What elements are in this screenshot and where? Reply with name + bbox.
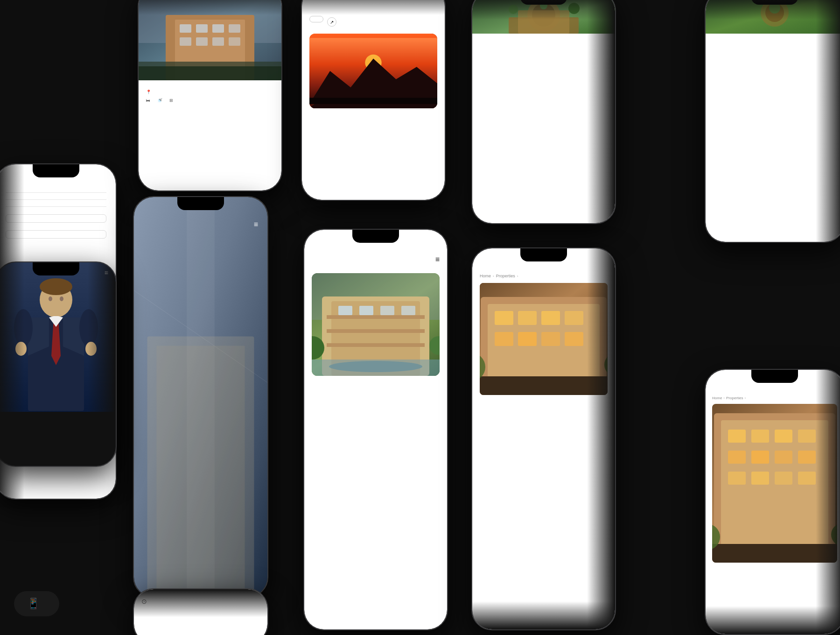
svg-rect-90 <box>751 472 769 485</box>
svg-rect-85 <box>728 451 746 464</box>
fade-top-blog <box>302 0 445 15</box>
arrow-icon: ↗ <box>330 20 334 25</box>
breadcrumb-properties: Properties <box>496 274 515 278</box>
bc-home: Home <box>712 396 722 400</box>
svg-rect-33 <box>401 306 415 315</box>
fade-bottom-starlit-partial <box>706 606 840 634</box>
svg-rect-53 <box>495 332 513 346</box>
bath-icon: 🚿 <box>157 98 162 103</box>
bc-chevron1: › <box>723 396 725 400</box>
svg-rect-54 <box>518 332 537 346</box>
hero-nav: ≡ <box>143 220 258 229</box>
svg-rect-32 <box>380 306 394 315</box>
svg-rect-5 <box>196 24 208 33</box>
bedrooms-spec: 🛏 <box>146 98 152 103</box>
read-more-button[interactable] <box>309 16 323 22</box>
svg-rect-52 <box>565 311 583 325</box>
svg-rect-22 <box>156 346 245 597</box>
property-specs: 🛏 🚿 ⊞ <box>146 98 274 103</box>
property-address: 📍 <box>146 90 274 94</box>
fade-top-property <box>139 0 281 15</box>
svg-rect-88 <box>798 451 816 464</box>
fade-top-proptype <box>134 589 267 617</box>
phone-badge-icon: 📱 <box>27 598 40 610</box>
breadcrumb-chevron-2: › <box>517 274 518 278</box>
bc-properties: Properties <box>726 396 743 400</box>
svg-rect-92 <box>798 472 816 485</box>
fade-right-starlit-partial <box>816 370 840 634</box>
svg-rect-8 <box>180 37 191 46</box>
svg-point-64 <box>60 296 63 301</box>
svg-rect-55 <box>541 332 560 346</box>
phone-hero: ≡ <box>133 196 268 598</box>
bc-chevron2: › <box>744 396 746 400</box>
bed-icon: 🛏 <box>146 98 150 103</box>
svg-rect-13 <box>139 66 281 80</box>
phone-notch-hero <box>177 197 224 210</box>
svg-rect-89 <box>728 472 746 485</box>
fade-right-rpartial <box>816 0 840 242</box>
svg-rect-87 <box>775 451 792 464</box>
svg-rect-49 <box>495 311 513 325</box>
svg-rect-50 <box>518 311 537 325</box>
mission-image <box>312 273 440 376</box>
svg-rect-81 <box>728 430 746 443</box>
svg-rect-6 <box>212 24 224 33</box>
breadcrumb-home: Home <box>480 274 491 278</box>
baths-spec: 🚿 <box>157 98 164 103</box>
mobile-badge: 📱 <box>14 591 59 616</box>
phone-notch-contact <box>33 164 79 177</box>
svg-rect-7 <box>229 24 240 33</box>
svg-rect-31 <box>359 306 373 315</box>
blog-image <box>309 34 437 108</box>
fade-top-expert <box>472 0 615 20</box>
breadcrumb-chevron-1: › <box>493 274 494 278</box>
sqft-icon: ⊞ <box>169 98 173 103</box>
svg-rect-17 <box>309 98 437 104</box>
svg-rect-82 <box>751 430 769 443</box>
svg-rect-84 <box>798 430 816 443</box>
phone-starlit: Home › Properties › <box>471 247 616 630</box>
hero-menu-icon[interactable]: ≡ <box>254 220 258 229</box>
svg-rect-29 <box>327 343 425 347</box>
svg-rect-30 <box>338 306 352 315</box>
sqft-spec: ⊞ <box>169 98 175 103</box>
svg-rect-56 <box>565 332 583 346</box>
location-pin-icon: 📍 <box>146 90 151 94</box>
mission-menu-icon[interactable]: ≡ <box>435 255 440 264</box>
svg-rect-10 <box>212 37 224 46</box>
svg-rect-4 <box>180 24 191 33</box>
phone-notch-mission <box>352 230 399 243</box>
svg-rect-86 <box>751 451 769 464</box>
fade-right-agent <box>88 262 116 466</box>
phone-mission: ≡ <box>303 229 448 630</box>
phone-right-partial <box>705 0 840 243</box>
svg-rect-28 <box>327 329 425 333</box>
read-more-arrow-button[interactable]: ↗ <box>327 17 336 27</box>
fade-right-expert <box>587 0 615 223</box>
phone-notch-starlit <box>520 248 567 261</box>
svg-rect-91 <box>775 472 792 485</box>
fade-right-starlit <box>587 248 615 629</box>
phone-property: 📍 🛏 🚿 ⊞ <box>138 0 282 191</box>
svg-rect-83 <box>775 430 792 443</box>
phone-blog: ↗ <box>301 0 446 201</box>
svg-rect-9 <box>196 37 208 46</box>
fade-bottom-starlit <box>472 601 615 629</box>
fade-top-rpartial <box>706 0 840 20</box>
mission-nav: ≡ <box>312 255 440 264</box>
phone-expert <box>471 0 616 224</box>
svg-rect-51 <box>541 311 560 325</box>
svg-point-63 <box>49 296 52 301</box>
phone-starlit-partial: Home › Properties › <box>705 369 840 635</box>
phone-notch-starlit-partial <box>751 370 798 383</box>
svg-point-37 <box>329 361 422 372</box>
svg-rect-11 <box>229 37 240 46</box>
phone-notch-agent <box>33 262 79 275</box>
phone-proptype: ⊙ <box>133 588 268 635</box>
svg-rect-27 <box>327 315 425 319</box>
fade-left-contact <box>0 164 24 499</box>
